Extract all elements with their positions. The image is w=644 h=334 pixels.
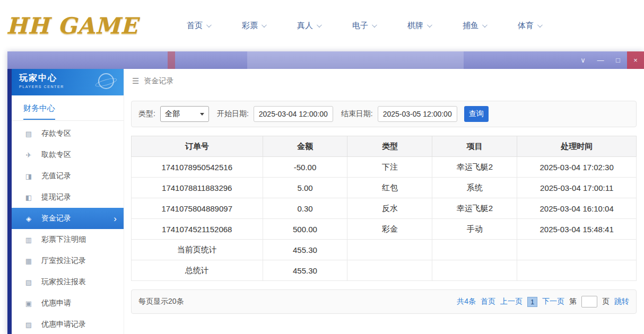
table-cell: 手动 [432, 219, 517, 240]
table-cell: 2025-03-04 17:02:30 [517, 157, 637, 178]
window-left-accent [7, 69, 12, 334]
sidebar-item-label: 取款专区 [41, 150, 71, 160]
end-date-input[interactable] [378, 106, 457, 122]
nav-item-home[interactable]: 首页 [171, 21, 226, 31]
jump-link[interactable]: 跳转 [614, 297, 629, 306]
sidebar-section-label: 财务中心 [23, 103, 55, 120]
chevron-down-icon [200, 113, 204, 116]
column-header-type: 类型 [347, 136, 432, 157]
page-number-input[interactable] [581, 296, 597, 307]
site-logo[interactable]: HH GAME [6, 13, 159, 39]
main-content: ☰ 资金记录 类型: 全部 开始日期: 结束日期: 查询 [124, 69, 644, 334]
sidebar: 玩家中心 PLAYERS CENTER 财务中心 ▤ 存款专区 ✈ 取款专区 [12, 69, 124, 334]
sidebar-item-withdrawal-records[interactable]: ◧ 提现记录 [12, 187, 124, 208]
table-cell: 0.30 [263, 198, 347, 219]
site-header: HH GAME 首页 彩票 真人 电子 棋牌 捕鱼 [0, 0, 644, 51]
sidebar-item-deposit-zone[interactable]: ▤ 存款专区 [12, 123, 124, 144]
end-date-label: 结束日期: [341, 109, 373, 119]
pager: 共4条 首页 上一页 1 下一页 第 页 跳转 [457, 296, 629, 307]
sidebar-item-fund-records[interactable]: ◈ 资金记录 › [12, 208, 124, 229]
type-select[interactable]: 全部 [160, 106, 209, 122]
window-minimize-icon[interactable]: — [597, 56, 604, 64]
table-row: 1741075804889097 0.30 反水 幸运飞艇2 2025-03-0… [132, 198, 637, 219]
nav-label: 彩票 [242, 21, 258, 31]
chevron-down-icon [427, 22, 432, 28]
column-header-item: 项目 [432, 136, 517, 157]
table-cell: 反水 [347, 198, 432, 219]
total-count: 共4条 [457, 297, 476, 306]
filter-bar: 类型: 全部 开始日期: 结束日期: 查询 [131, 101, 637, 127]
sidebar-item-hall-bet-records[interactable]: ▦ 厅室投注记录 [12, 250, 124, 271]
main-nav: 首页 彩票 真人 电子 棋牌 捕鱼 [171, 21, 557, 31]
table-row: 1741078811883296 5.00 红包 系统 2025-03-04 1… [132, 178, 637, 198]
sidebar-item-label: 玩家投注报表 [41, 277, 86, 287]
chevron-down-icon [537, 22, 543, 28]
window-maximize-icon[interactable]: □ [614, 56, 622, 64]
sidebar-item-label: 厅室投注记录 [41, 256, 86, 266]
nav-item-electronic[interactable]: 电子 [336, 21, 391, 31]
current-page[interactable]: 1 [527, 297, 537, 307]
page-suffix-label: 页 [602, 297, 610, 306]
pagination-bar: 每页显示20条 共4条 首页 上一页 1 下一页 第 页 跳转 [131, 289, 637, 314]
next-page-link[interactable]: 下一页 [542, 297, 564, 306]
sidebar-item-label: 优惠申请记录 [41, 320, 86, 329]
window-titlebar[interactable]: ∨ — □ × [7, 51, 644, 69]
hall-bet-records-icon: ▦ [24, 257, 33, 265]
prev-page-link[interactable]: 上一页 [500, 297, 523, 306]
sidebar-item-promo-apply[interactable]: ▣ 优惠申请 [12, 293, 124, 314]
table-row-page-subtotal: 当前页统计 455.30 [132, 240, 637, 260]
window-collapse-icon[interactable]: ∨ [579, 56, 587, 64]
promo-apply-records-icon: ▨ [24, 321, 33, 329]
start-date-input[interactable] [254, 106, 333, 122]
search-button[interactable]: 查询 [464, 106, 489, 122]
fund-records-icon: ◈ [24, 215, 33, 223]
table-cell: 1741078950542516 [132, 157, 263, 178]
nav-item-chess[interactable]: 棋牌 [391, 21, 447, 31]
chevron-down-icon [206, 22, 212, 28]
page-title: 资金记录 [144, 76, 173, 86]
sidebar-item-label: 资金记录 [41, 214, 71, 223]
type-select-value: 全部 [165, 109, 180, 119]
menu-icon[interactable]: ☰ [132, 76, 139, 86]
sidebar-item-withdraw-zone[interactable]: ✈ 取款专区 [12, 144, 124, 165]
table-cell [432, 240, 517, 260]
window-close-icon[interactable]: × [632, 56, 639, 64]
sidebar-menu: ▤ 存款专区 ✈ 取款专区 ◨ 充值记录 ◧ 提现记录 [12, 121, 124, 334]
nav-item-live[interactable]: 真人 [281, 21, 336, 31]
page: HH GAME 首页 彩票 真人 电子 棋牌 捕鱼 [0, 0, 644, 51]
table-cell: 1741078811883296 [132, 178, 263, 198]
table-header-row: 订单号 金额 类型 项目 处理时间 [132, 136, 637, 157]
nav-label: 捕鱼 [463, 21, 478, 31]
table-cell: 幸运飞艇2 [432, 157, 517, 178]
sidebar-item-promo-apply-records[interactable]: ▨ 优惠申请记录 [12, 314, 124, 334]
sidebar-header: 玩家中心 PLAYERS CENTER [12, 69, 124, 95]
first-page-link[interactable]: 首页 [481, 297, 495, 306]
sidebar-item-label: 优惠申请 [41, 298, 71, 308]
banner-sliver [247, 51, 464, 69]
column-header-amount: 金额 [263, 136, 347, 157]
table-cell: 2025-03-04 16:10:04 [517, 198, 637, 219]
chevron-down-icon [482, 22, 488, 28]
withdrawal-records-icon: ◧ [24, 194, 33, 201]
column-header-time: 处理时间 [517, 136, 637, 157]
start-date-label: 开始日期: [217, 109, 249, 119]
nav-item-lottery[interactable]: 彩票 [226, 21, 281, 31]
deposit-icon: ▤ [24, 130, 33, 138]
sidebar-item-lottery-bet-detail[interactable]: ▥ 彩票下注明细 [12, 229, 124, 250]
nav-item-fishing[interactable]: 捕鱼 [447, 21, 502, 31]
sidebar-item-player-bet-report[interactable]: ▧ 玩家投注报表 [12, 271, 124, 293]
table-cell [517, 240, 637, 260]
nav-label: 首页 [187, 21, 203, 31]
chevron-down-icon [317, 22, 322, 28]
table-cell: 当前页统计 [132, 240, 263, 260]
sidebar-item-recharge-records[interactable]: ◨ 充值记录 [12, 165, 124, 187]
sidebar-item-label: 充值记录 [41, 171, 71, 181]
type-label: 类型: [138, 109, 155, 119]
per-page-label: 每页显示20条 [138, 297, 184, 306]
column-header-order-no: 订单号 [132, 136, 263, 157]
promo-apply-icon: ▣ [24, 300, 33, 307]
nav-label: 真人 [297, 21, 313, 31]
nav-item-sports[interactable]: 体育 [502, 21, 557, 31]
table-cell: 幸运飞艇2 [432, 198, 517, 219]
table-cell [432, 260, 517, 281]
